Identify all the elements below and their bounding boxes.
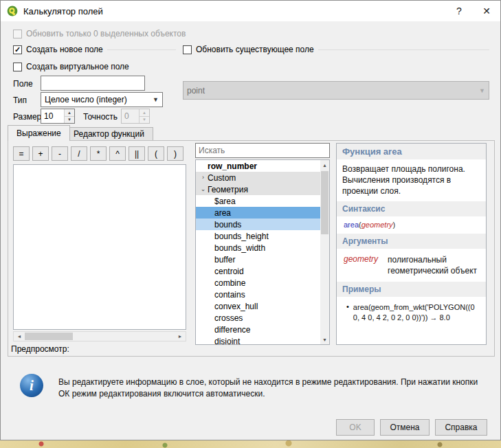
- update-existing-label: Обновить существующее поле: [196, 45, 314, 54]
- operator-concat-button[interactable]: ||: [129, 146, 145, 161]
- type-value: Целое число (integer): [45, 95, 127, 104]
- example-expression: area(geom_from_wkt('POLYGON((0 0, 4 0, 4…: [353, 303, 475, 322]
- chevron-down-icon[interactable]: ⌄: [199, 186, 208, 192]
- scrollbar-track[interactable]: [25, 332, 175, 341]
- scroll-right-icon[interactable]: ►: [175, 332, 186, 341]
- tree-item-crosses[interactable]: crosses: [196, 312, 321, 324]
- scroll-up-icon[interactable]: ▲: [320, 160, 329, 170]
- tree-item-label: buffer: [214, 255, 235, 265]
- tree-group-geometry[interactable]: ⌄ Геометрия: [196, 183, 321, 195]
- tree-item-label: row_number: [208, 161, 257, 171]
- tree-item-convex-hull[interactable]: convex_hull: [196, 300, 321, 312]
- scrollbar-thumb[interactable]: [321, 171, 329, 234]
- field-calculator-dialog: Калькулятор полей ? ✕ Обновить только 0 …: [0, 0, 501, 440]
- tree-item-bounds[interactable]: bounds: [196, 219, 321, 230]
- tab-function-editor[interactable]: Редактор функций: [65, 127, 153, 141]
- spinner-arrows[interactable]: ▲ ▼: [64, 109, 74, 123]
- help-examples-heading: Примеры: [337, 282, 486, 297]
- help-titlebar-button[interactable]: ?: [445, 1, 473, 21]
- cancel-button[interactable]: Отмена: [380, 419, 430, 436]
- operator-minus-button[interactable]: -: [52, 146, 68, 161]
- tree-item-label: convex_hull: [214, 302, 258, 311]
- operator-divide-button[interactable]: /: [71, 146, 87, 161]
- update-selected-checkbox: Обновить только 0 выделенных объектов: [13, 29, 186, 38]
- tree-item-row-number[interactable]: row_number: [196, 160, 321, 172]
- size-spinbox[interactable]: 10 ▲ ▼: [41, 109, 75, 124]
- screen: Калькулятор полей ? ✕ Обновить только 0 …: [0, 0, 501, 448]
- type-combobox[interactable]: Целое число (integer) ▼: [41, 92, 163, 107]
- tree-item-disjoint[interactable]: disjoint: [196, 335, 321, 345]
- group-separator-line: [107, 49, 176, 50]
- precision-value: 0: [122, 109, 139, 123]
- checkbox-icon[interactable]: [183, 45, 192, 54]
- spin-up-icon[interactable]: ▲: [65, 109, 74, 117]
- syntax-function-name: area: [344, 221, 359, 229]
- argument-description: полигональный геометрический объект: [388, 254, 479, 276]
- spin-down-icon: ▼: [140, 117, 149, 124]
- operator-plus-button[interactable]: +: [32, 146, 49, 161]
- qgis-logo-icon: [7, 5, 18, 16]
- size-label: Размер: [13, 112, 41, 122]
- field-name-input[interactable]: [41, 76, 145, 91]
- expression-horizontal-scrollbar[interactable]: ◄ ►: [13, 331, 186, 341]
- tree-item-difference[interactable]: difference: [196, 324, 321, 335]
- tree-item-area[interactable]: area: [196, 207, 321, 219]
- size-value[interactable]: 10: [41, 109, 64, 123]
- expression-editor[interactable]: [13, 164, 186, 330]
- syntax-argument: geometry: [361, 221, 393, 229]
- create-new-field-checkbox[interactable]: ✓ Создать новое поле: [13, 45, 176, 54]
- scroll-left-icon[interactable]: ◄: [14, 332, 25, 341]
- tree-item-label: contains: [214, 290, 245, 300]
- tree-group-custom[interactable]: › Custom: [196, 172, 321, 183]
- update-existing-checkbox[interactable]: Обновить существующее поле: [183, 45, 489, 54]
- help-arguments-heading: Аргументы: [337, 234, 486, 249]
- operator-power-button[interactable]: ^: [109, 146, 126, 161]
- argument-name: geometry: [344, 254, 378, 276]
- help-syntax-line: area(geometry): [337, 216, 486, 234]
- tree-item-centroid[interactable]: centroid: [196, 265, 321, 277]
- tree-item-label: disjoint: [214, 337, 240, 346]
- checkbox-checked-icon[interactable]: ✓: [13, 45, 22, 54]
- window-title: Калькулятор полей: [23, 6, 103, 16]
- search-input[interactable]: [195, 143, 330, 158]
- spin-down-icon[interactable]: ▼: [65, 117, 74, 124]
- scroll-down-icon[interactable]: ▼: [320, 335, 329, 344]
- tree-item-contains[interactable]: contains: [196, 289, 321, 300]
- tab-expression[interactable]: Выражение: [8, 125, 70, 141]
- tree-item-dollar-area[interactable]: $area: [196, 195, 321, 207]
- help-function-description: Возвращает площадь полигона. Вычисления …: [337, 159, 486, 201]
- tree-item-combine[interactable]: combine: [196, 277, 321, 289]
- title-bar[interactable]: Калькулятор полей ? ✕: [1, 1, 500, 21]
- tree-item-label: difference: [214, 325, 250, 335]
- scrollbar-track[interactable]: [320, 170, 329, 335]
- operator-multiply-button[interactable]: *: [90, 146, 107, 161]
- operator-equals-button[interactable]: =: [13, 146, 30, 161]
- field-name-label: Поле: [13, 79, 33, 89]
- scrollbar-thumb[interactable]: [25, 333, 73, 340]
- chevron-right-icon[interactable]: ›: [199, 175, 208, 181]
- group-separator-line: [318, 49, 489, 50]
- create-virtual-field-checkbox[interactable]: Создать виртуальное поле: [13, 62, 129, 71]
- create-virtual-field-label: Создать виртуальное поле: [26, 62, 129, 71]
- existing-field-combobox: point ▼: [183, 81, 489, 100]
- tree-vertical-scrollbar[interactable]: ▲ ▼: [320, 160, 329, 344]
- example-result: → 8.0: [427, 313, 449, 322]
- tree-item-bounds-width[interactable]: bounds_width: [196, 242, 321, 254]
- checkbox-icon[interactable]: [13, 63, 22, 71]
- tree-item-label: bounds_width: [214, 243, 265, 253]
- operator-open-paren-button[interactable]: (: [148, 146, 164, 161]
- chevron-down-icon: ▼: [475, 87, 485, 94]
- operator-close-paren-button[interactable]: ): [167, 146, 183, 161]
- create-new-field-label: Создать новое поле: [26, 45, 103, 54]
- ok-button[interactable]: OK: [336, 419, 375, 436]
- tree-item-label: combine: [214, 278, 245, 288]
- close-button[interactable]: ✕: [473, 1, 500, 21]
- help-example-item: • area(geom_from_wkt('POLYGON((0 0, 4 0,…: [337, 297, 486, 329]
- spinner-arrows: ▲ ▼: [139, 109, 149, 123]
- help-button[interactable]: Справка: [435, 419, 487, 436]
- tree-item-bounds-height[interactable]: bounds_height: [196, 230, 321, 242]
- function-tree: row_number › Custom ⌄ Геометрия $area ar…: [195, 159, 330, 345]
- update-selected-label: Обновить только 0 выделенных объектов: [26, 29, 186, 38]
- tree-item-buffer[interactable]: buffer: [196, 254, 321, 265]
- bullet-icon: •: [346, 302, 349, 324]
